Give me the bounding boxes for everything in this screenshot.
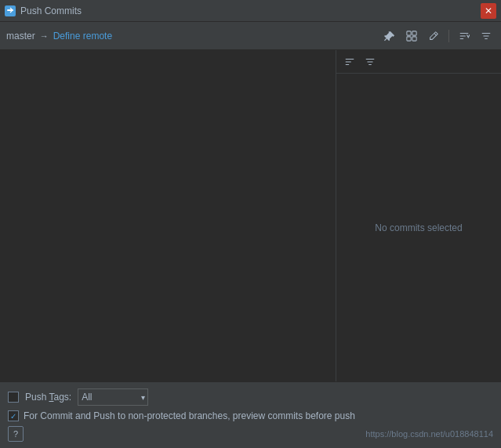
define-remote-link[interactable]: Define remote [53, 31, 112, 42]
toolbar-left: master → Define remote [6, 31, 112, 42]
edit-icon [428, 31, 439, 42]
filter-button[interactable] [477, 29, 495, 43]
footer-row: ? https://blog.csdn.net/u018848114 [8, 426, 493, 442]
right-panel-toolbar [336, 50, 501, 74]
title-bar-left: Push Commits [5, 5, 82, 16]
grid-icon [406, 31, 417, 42]
main-content: master → Define remote [0, 22, 501, 448]
preview-label: For Commit and Push to non-protected bra… [24, 410, 355, 421]
edit-button[interactable] [425, 29, 442, 43]
window-title: Push Commits [20, 5, 82, 16]
svg-rect-1 [407, 31, 411, 34]
push-tags-label: Push Tags: [25, 392, 71, 403]
commit-list-panel[interactable] [0, 50, 336, 381]
svg-rect-3 [407, 36, 411, 40]
arrow-icon: → [40, 31, 49, 41]
preview-checkbox[interactable] [8, 410, 19, 421]
svg-rect-2 [412, 31, 416, 34]
close-button[interactable]: ✕ [481, 3, 496, 19]
right-sort-icon [344, 56, 355, 67]
url-text: https://blog.csdn.net/u018848114 [365, 429, 493, 439]
sort-button[interactable] [456, 29, 473, 43]
title-bar: Push Commits ✕ [0, 0, 501, 22]
no-commits-message: No commits selected [336, 74, 501, 381]
push-tags-underline: T [49, 392, 53, 403]
push-tags-dropdown-wrapper: All None Annotated Only [78, 388, 148, 406]
panels-area: No commits selected [0, 50, 501, 381]
commit-details-panel: No commits selected [336, 50, 501, 381]
help-button[interactable]: ? [8, 426, 24, 442]
app-icon [5, 5, 16, 16]
right-filter-button[interactable] [361, 55, 379, 69]
toolbar-row: master → Define remote [0, 22, 501, 50]
push-tags-dropdown[interactable]: All None Annotated Only [78, 388, 148, 406]
bottom-bar: Push Tags: All None Annotated Only For C… [0, 381, 501, 448]
toolbar-divider [448, 30, 449, 42]
push-tags-checkbox[interactable] [8, 392, 19, 403]
branch-label: master [6, 31, 35, 42]
toolbar-right [381, 29, 495, 43]
pin-button[interactable] [381, 29, 398, 43]
svg-rect-4 [412, 36, 416, 40]
sort-icon [459, 31, 470, 42]
filter-icon [481, 31, 492, 42]
push-tags-row: Push Tags: All None Annotated Only [8, 388, 493, 406]
right-filter-icon [365, 56, 376, 67]
grid-button[interactable] [403, 29, 420, 43]
right-sort-button[interactable] [341, 55, 358, 69]
preview-row: For Commit and Push to non-protected bra… [8, 410, 493, 421]
pin-icon [384, 31, 395, 42]
